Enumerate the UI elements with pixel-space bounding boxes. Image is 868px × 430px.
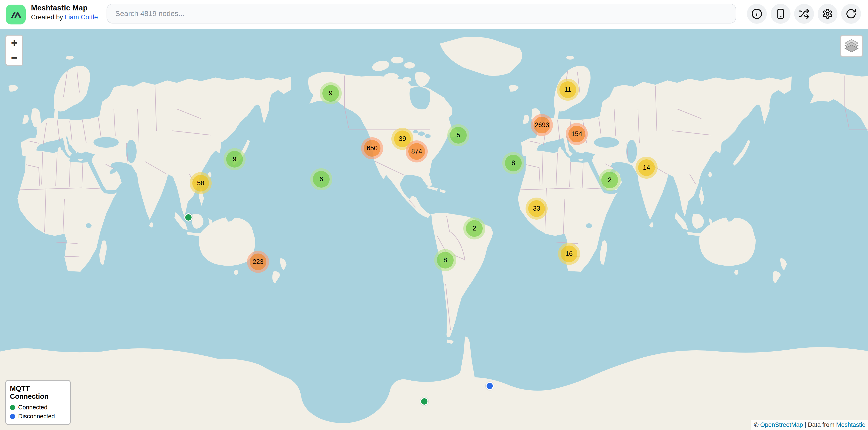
- refresh-button[interactable]: [841, 4, 861, 24]
- legend-title: MQTT Connection: [10, 385, 66, 400]
- attribution-copyright: ©: [754, 421, 760, 428]
- cluster-marker[interactable]: 223: [247, 251, 269, 273]
- smartphone-icon: [775, 8, 786, 20]
- cluster-marker[interactable]: 874: [406, 140, 428, 162]
- info-icon: [751, 8, 763, 20]
- map-attribution: © OpenStreetMap | Data from Meshtastic: [751, 420, 868, 430]
- world-map[interactable]: [0, 29, 868, 430]
- shuffle-icon: [799, 8, 810, 20]
- cluster-marker[interactable]: 8: [502, 152, 524, 174]
- cluster-marker[interactable]: 11: [557, 79, 579, 101]
- meshtastic-logo: [6, 5, 26, 25]
- connected-dot: [10, 405, 15, 410]
- cluster-marker[interactable]: 9: [320, 82, 342, 104]
- layers-control[interactable]: [840, 35, 863, 57]
- node-marker-connected[interactable]: [184, 213, 192, 222]
- info-button[interactable]: [747, 4, 767, 24]
- cluster-marker[interactable]: 58: [190, 172, 212, 194]
- settings-gear-icon: [822, 8, 833, 20]
- cluster-marker[interactable]: 14: [636, 157, 657, 179]
- byline-prefix: Created by: [31, 13, 65, 21]
- disconnected-dot: [10, 414, 15, 419]
- map-canvas[interactable]: 589223696503987485283326931116154214 + −…: [0, 29, 868, 430]
- cluster-marker[interactable]: 9: [223, 148, 246, 170]
- byline: Created by Liam Cottle: [31, 13, 98, 21]
- cluster-marker[interactable]: 8: [434, 249, 456, 271]
- cluster-marker[interactable]: 154: [566, 123, 588, 145]
- legend-item-connected: Connected: [10, 404, 66, 411]
- cluster-marker[interactable]: 5: [447, 124, 469, 146]
- cluster-marker[interactable]: 16: [558, 243, 580, 265]
- cluster-marker[interactable]: 33: [526, 198, 548, 220]
- mqtt-legend: MQTT Connection Connected Disconnected: [5, 380, 71, 425]
- legend-label: Disconnected: [18, 413, 55, 420]
- cluster-marker[interactable]: 2: [463, 218, 485, 239]
- zoom-out-button[interactable]: −: [6, 51, 22, 65]
- cluster-marker[interactable]: 6: [310, 168, 332, 190]
- title-block: Meshtastic Map Created by Liam Cottle: [31, 3, 98, 21]
- top-bar: Meshtastic Map Created by Liam Cottle: [0, 0, 868, 29]
- random-node-button[interactable]: [794, 4, 814, 24]
- mobile-app-button[interactable]: [771, 4, 790, 24]
- search-input[interactable]: [106, 4, 736, 24]
- refresh-icon: [845, 8, 857, 20]
- node-marker-connected[interactable]: [420, 397, 428, 405]
- meshtastic-link[interactable]: Meshtastic: [836, 421, 865, 428]
- meshtastic-logo-icon: [9, 8, 22, 21]
- attribution-middle: | Data from: [803, 421, 836, 428]
- layers-icon: [844, 39, 859, 53]
- zoom-control: + −: [5, 35, 23, 66]
- page-title: Meshtastic Map: [31, 3, 98, 12]
- legend-label: Connected: [18, 404, 48, 411]
- osm-link[interactable]: OpenStreetMap: [760, 421, 803, 428]
- cluster-marker[interactable]: 2: [599, 169, 621, 191]
- settings-button[interactable]: [817, 4, 837, 24]
- author-link[interactable]: Liam Cottle: [65, 13, 98, 21]
- cluster-marker[interactable]: 2693: [531, 114, 553, 136]
- node-marker-disconnected[interactable]: [486, 382, 494, 390]
- cluster-marker[interactable]: 650: [361, 137, 383, 159]
- zoom-in-button[interactable]: +: [6, 36, 22, 51]
- legend-item-disconnected: Disconnected: [10, 413, 66, 420]
